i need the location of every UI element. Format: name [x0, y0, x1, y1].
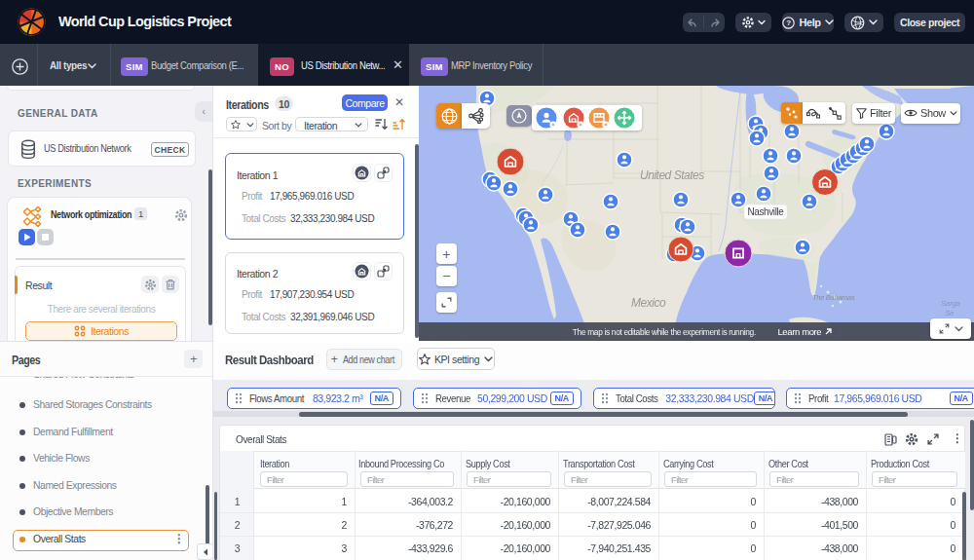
- svg-text:The Bahamas: The Bahamas: [812, 293, 855, 302]
- svg-text:Nashville: Nashville: [748, 206, 785, 217]
- svg-text:Sarga: Sarga: [941, 299, 961, 308]
- svg-text:Mexico: Mexico: [631, 296, 666, 310]
- svg-text:?: ?: [787, 19, 792, 27]
- svg-text:United States: United States: [640, 168, 704, 182]
- svg-text:Se: Se: [945, 309, 955, 317]
